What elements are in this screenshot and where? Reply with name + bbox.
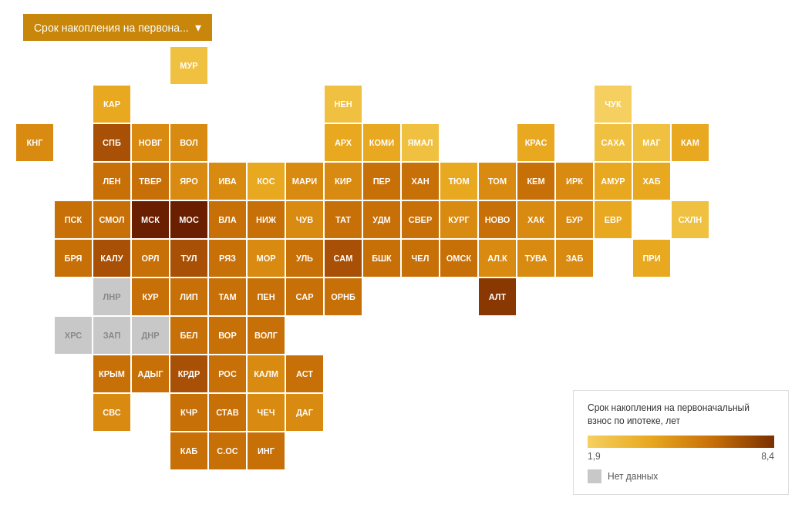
empty-cell bbox=[479, 47, 516, 84]
region-cell[interactable]: ПРИ bbox=[633, 240, 670, 277]
region-cell[interactable]: НОВО bbox=[479, 201, 516, 238]
region-cell[interactable]: РЯЗ bbox=[209, 240, 246, 277]
empty-cell bbox=[286, 47, 323, 84]
region-cell[interactable]: ИВА bbox=[209, 163, 246, 200]
region-cell[interactable]: СВЕР bbox=[402, 201, 439, 238]
region-cell[interactable]: ИРК bbox=[556, 163, 593, 200]
region-cell[interactable]: МСК bbox=[132, 201, 169, 238]
region-cell[interactable]: ДАГ bbox=[286, 394, 323, 431]
region-cell[interactable]: БЕЛ bbox=[170, 317, 207, 354]
region-cell[interactable]: ДНР bbox=[132, 317, 169, 354]
region-cell[interactable]: ЛНР bbox=[93, 278, 130, 315]
empty-cell bbox=[16, 394, 53, 431]
region-cell[interactable]: ЧЕЛ bbox=[402, 240, 439, 277]
region-cell[interactable]: ТАМ bbox=[209, 278, 246, 315]
region-cell[interactable]: БУР bbox=[556, 201, 593, 238]
region-cell[interactable]: ЗАБ bbox=[556, 240, 593, 277]
region-cell[interactable]: СХЛН bbox=[672, 201, 709, 238]
region-cell[interactable]: ЯРО bbox=[170, 163, 207, 200]
region-cell[interactable]: ЧУК bbox=[595, 86, 632, 123]
region-cell[interactable]: ЛИП bbox=[170, 278, 207, 315]
region-cell[interactable]: ТЮМ bbox=[440, 163, 477, 200]
region-cell[interactable]: НИЖ bbox=[248, 201, 285, 238]
region-cell[interactable]: САХА bbox=[595, 124, 632, 161]
region-cell[interactable]: С.ОС bbox=[209, 432, 246, 469]
region-cell[interactable]: КРАС bbox=[517, 124, 554, 161]
region-cell[interactable]: ХАН bbox=[402, 163, 439, 200]
region-cell[interactable]: НЕН bbox=[325, 86, 362, 123]
region-cell[interactable]: КОМИ bbox=[363, 124, 400, 161]
region-cell[interactable]: МОР bbox=[248, 240, 285, 277]
region-cell[interactable]: ВОЛГ bbox=[248, 317, 285, 354]
region-cell[interactable]: ЧЕЧ bbox=[248, 394, 285, 431]
region-cell[interactable]: ОМСК bbox=[440, 240, 477, 277]
region-cell[interactable]: КУРГ bbox=[440, 201, 477, 238]
region-cell[interactable]: ХАК bbox=[517, 201, 554, 238]
region-cell[interactable]: КАБ bbox=[170, 432, 207, 469]
region-cell[interactable]: ВОР bbox=[209, 317, 246, 354]
region-cell[interactable]: ВЛА bbox=[209, 201, 246, 238]
region-cell[interactable]: АРХ bbox=[325, 124, 362, 161]
legend-max: 8,4 bbox=[761, 451, 774, 462]
region-cell[interactable]: АМУР bbox=[595, 163, 632, 200]
region-cell[interactable]: АСТ bbox=[286, 355, 323, 392]
region-cell[interactable]: ТАТ bbox=[325, 201, 362, 238]
region-cell[interactable]: КАЛМ bbox=[248, 355, 285, 392]
empty-cell bbox=[556, 278, 593, 315]
region-cell[interactable]: КАР bbox=[93, 86, 130, 123]
region-cell[interactable]: СМОЛ bbox=[93, 201, 130, 238]
region-cell[interactable]: РОС bbox=[209, 355, 246, 392]
region-cell[interactable]: ТУЛ bbox=[170, 240, 207, 277]
region-cell[interactable]: ТУВА bbox=[517, 240, 554, 277]
empty-cell bbox=[16, 47, 53, 84]
region-cell[interactable]: АДЫГ bbox=[132, 355, 169, 392]
region-cell[interactable]: КАЛУ bbox=[93, 240, 130, 277]
region-cell[interactable]: БШК bbox=[363, 240, 400, 277]
region-cell[interactable]: ВОЛ bbox=[170, 124, 207, 161]
region-cell[interactable]: ЛЕН bbox=[93, 163, 130, 200]
region-cell[interactable]: КРЫМ bbox=[93, 355, 130, 392]
region-cell[interactable]: ОРНБ bbox=[325, 278, 362, 315]
region-cell[interactable]: КЧР bbox=[170, 394, 207, 431]
region-cell[interactable]: КЕМ bbox=[517, 163, 554, 200]
region-cell[interactable]: МАРИ bbox=[286, 163, 323, 200]
region-cell[interactable]: ИНГ bbox=[248, 432, 285, 469]
region-cell[interactable]: ТВЕР bbox=[132, 163, 169, 200]
region-cell[interactable]: КРДР bbox=[170, 355, 207, 392]
region-cell[interactable]: КАМ bbox=[672, 124, 709, 161]
region-cell[interactable]: СПБ bbox=[93, 124, 130, 161]
region-cell[interactable]: САР bbox=[286, 278, 323, 315]
metric-dropdown[interactable]: Срок накопления на первона... ▾ bbox=[23, 14, 212, 41]
region-cell[interactable]: СТАВ bbox=[209, 394, 246, 431]
region-cell[interactable]: БРЯ bbox=[55, 240, 92, 277]
empty-cell bbox=[286, 432, 323, 469]
region-cell[interactable]: ТОМ bbox=[479, 163, 516, 200]
region-cell[interactable]: ПЕР bbox=[363, 163, 400, 200]
region-cell[interactable]: ЕВР bbox=[595, 201, 632, 238]
region-cell[interactable]: МУР bbox=[170, 47, 207, 84]
empty-cell bbox=[16, 278, 53, 315]
region-cell[interactable]: ХРС bbox=[55, 317, 92, 354]
region-cell[interactable]: ЯМАЛ bbox=[402, 124, 439, 161]
region-cell[interactable]: ХАБ bbox=[633, 163, 670, 200]
region-cell[interactable]: КОС bbox=[248, 163, 285, 200]
region-cell[interactable]: ЗАП bbox=[93, 317, 130, 354]
empty-cell bbox=[556, 86, 593, 123]
region-cell[interactable]: САМ bbox=[325, 240, 362, 277]
region-cell[interactable]: КУР bbox=[132, 278, 169, 315]
region-cell[interactable]: УЛЬ bbox=[286, 240, 323, 277]
region-cell[interactable]: МОС bbox=[170, 201, 207, 238]
region-cell[interactable]: ПСК bbox=[55, 201, 92, 238]
region-cell[interactable]: АЛ.К bbox=[479, 240, 516, 277]
region-cell[interactable]: КИР bbox=[325, 163, 362, 200]
region-cell[interactable]: АЛТ bbox=[479, 278, 516, 315]
region-cell[interactable]: УДМ bbox=[363, 201, 400, 238]
region-cell[interactable]: ОРЛ bbox=[132, 240, 169, 277]
region-cell[interactable]: ЧУВ bbox=[286, 201, 323, 238]
map-row: КНГСПБНОВГВОЛАРХКОМИЯМАЛКРАССАХАМАГКАМ bbox=[15, 123, 709, 162]
region-cell[interactable]: НОВГ bbox=[132, 124, 169, 161]
region-cell[interactable]: МАГ bbox=[633, 124, 670, 161]
region-cell[interactable]: КНГ bbox=[16, 124, 53, 161]
region-cell[interactable]: ПЕН bbox=[248, 278, 285, 315]
region-cell[interactable]: СВС bbox=[93, 394, 130, 431]
